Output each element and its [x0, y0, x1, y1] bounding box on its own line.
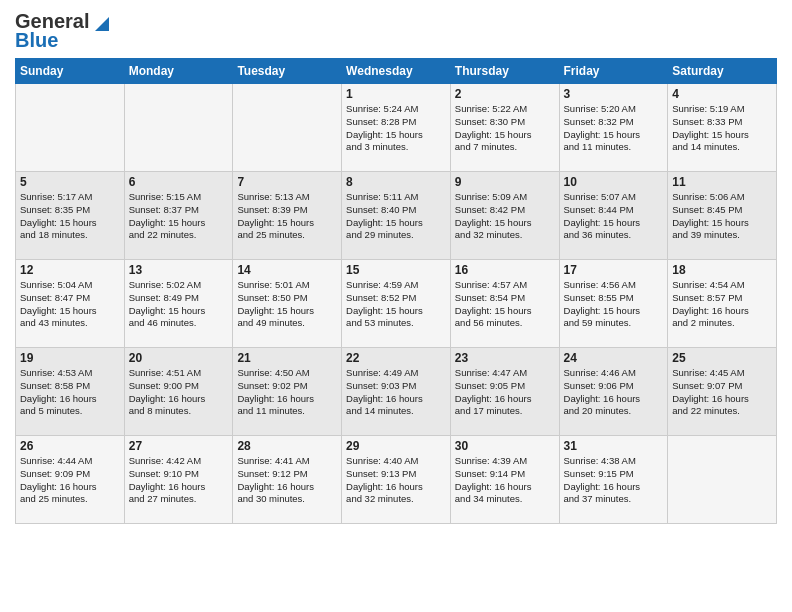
day-number: 14: [237, 263, 337, 277]
day-content: Sunrise: 5:22 AM Sunset: 8:30 PM Dayligh…: [455, 103, 555, 154]
day-number: 7: [237, 175, 337, 189]
calendar-cell: 12Sunrise: 5:04 AM Sunset: 8:47 PM Dayli…: [16, 260, 125, 348]
calendar-cell: 10Sunrise: 5:07 AM Sunset: 8:44 PM Dayli…: [559, 172, 668, 260]
day-content: Sunrise: 5:11 AM Sunset: 8:40 PM Dayligh…: [346, 191, 446, 242]
calendar-cell: 4Sunrise: 5:19 AM Sunset: 8:33 PM Daylig…: [668, 84, 777, 172]
calendar-cell: [124, 84, 233, 172]
day-content: Sunrise: 4:54 AM Sunset: 8:57 PM Dayligh…: [672, 279, 772, 330]
day-number: 10: [564, 175, 664, 189]
day-number: 22: [346, 351, 446, 365]
day-number: 13: [129, 263, 229, 277]
day-number: 21: [237, 351, 337, 365]
day-content: Sunrise: 4:47 AM Sunset: 9:05 PM Dayligh…: [455, 367, 555, 418]
day-number: 12: [20, 263, 120, 277]
calendar-cell: [668, 436, 777, 524]
day-number: 29: [346, 439, 446, 453]
calendar-table: SundayMondayTuesdayWednesdayThursdayFrid…: [15, 58, 777, 524]
day-number: 11: [672, 175, 772, 189]
calendar-cell: 22Sunrise: 4:49 AM Sunset: 9:03 PM Dayli…: [342, 348, 451, 436]
calendar-cell: 17Sunrise: 4:56 AM Sunset: 8:55 PM Dayli…: [559, 260, 668, 348]
day-number: 8: [346, 175, 446, 189]
day-content: Sunrise: 4:59 AM Sunset: 8:52 PM Dayligh…: [346, 279, 446, 330]
day-number: 25: [672, 351, 772, 365]
day-number: 15: [346, 263, 446, 277]
day-content: Sunrise: 4:50 AM Sunset: 9:02 PM Dayligh…: [237, 367, 337, 418]
day-content: Sunrise: 4:51 AM Sunset: 9:00 PM Dayligh…: [129, 367, 229, 418]
calendar-cell: 11Sunrise: 5:06 AM Sunset: 8:45 PM Dayli…: [668, 172, 777, 260]
day-number: 5: [20, 175, 120, 189]
day-content: Sunrise: 5:02 AM Sunset: 8:49 PM Dayligh…: [129, 279, 229, 330]
day-number: 17: [564, 263, 664, 277]
day-number: 26: [20, 439, 120, 453]
day-content: Sunrise: 5:06 AM Sunset: 8:45 PM Dayligh…: [672, 191, 772, 242]
calendar-cell: 29Sunrise: 4:40 AM Sunset: 9:13 PM Dayli…: [342, 436, 451, 524]
day-number: 28: [237, 439, 337, 453]
day-number: 6: [129, 175, 229, 189]
header: General Blue: [15, 10, 777, 52]
calendar-cell: [233, 84, 342, 172]
day-content: Sunrise: 4:38 AM Sunset: 9:15 PM Dayligh…: [564, 455, 664, 506]
calendar-cell: 28Sunrise: 4:41 AM Sunset: 9:12 PM Dayli…: [233, 436, 342, 524]
calendar-cell: 8Sunrise: 5:11 AM Sunset: 8:40 PM Daylig…: [342, 172, 451, 260]
calendar-cell: 31Sunrise: 4:38 AM Sunset: 9:15 PM Dayli…: [559, 436, 668, 524]
calendar-cell: 7Sunrise: 5:13 AM Sunset: 8:39 PM Daylig…: [233, 172, 342, 260]
day-number: 2: [455, 87, 555, 101]
day-content: Sunrise: 4:39 AM Sunset: 9:14 PM Dayligh…: [455, 455, 555, 506]
day-content: Sunrise: 5:13 AM Sunset: 8:39 PM Dayligh…: [237, 191, 337, 242]
day-content: Sunrise: 5:19 AM Sunset: 8:33 PM Dayligh…: [672, 103, 772, 154]
calendar-cell: 6Sunrise: 5:15 AM Sunset: 8:37 PM Daylig…: [124, 172, 233, 260]
day-number: 1: [346, 87, 446, 101]
day-content: Sunrise: 5:20 AM Sunset: 8:32 PM Dayligh…: [564, 103, 664, 154]
calendar-cell: 25Sunrise: 4:45 AM Sunset: 9:07 PM Dayli…: [668, 348, 777, 436]
calendar-cell: 21Sunrise: 4:50 AM Sunset: 9:02 PM Dayli…: [233, 348, 342, 436]
calendar-cell: 13Sunrise: 5:02 AM Sunset: 8:49 PM Dayli…: [124, 260, 233, 348]
day-content: Sunrise: 4:45 AM Sunset: 9:07 PM Dayligh…: [672, 367, 772, 418]
day-content: Sunrise: 5:07 AM Sunset: 8:44 PM Dayligh…: [564, 191, 664, 242]
day-number: 27: [129, 439, 229, 453]
header-row: SundayMondayTuesdayWednesdayThursdayFrid…: [16, 59, 777, 84]
day-content: Sunrise: 5:24 AM Sunset: 8:28 PM Dayligh…: [346, 103, 446, 154]
day-content: Sunrise: 4:44 AM Sunset: 9:09 PM Dayligh…: [20, 455, 120, 506]
calendar-cell: 20Sunrise: 4:51 AM Sunset: 9:00 PM Dayli…: [124, 348, 233, 436]
week-row-2: 5Sunrise: 5:17 AM Sunset: 8:35 PM Daylig…: [16, 172, 777, 260]
calendar-cell: 18Sunrise: 4:54 AM Sunset: 8:57 PM Dayli…: [668, 260, 777, 348]
day-content: Sunrise: 5:17 AM Sunset: 8:35 PM Dayligh…: [20, 191, 120, 242]
header-tuesday: Tuesday: [233, 59, 342, 84]
day-content: Sunrise: 4:49 AM Sunset: 9:03 PM Dayligh…: [346, 367, 446, 418]
day-number: 31: [564, 439, 664, 453]
day-content: Sunrise: 4:41 AM Sunset: 9:12 PM Dayligh…: [237, 455, 337, 506]
day-content: Sunrise: 5:15 AM Sunset: 8:37 PM Dayligh…: [129, 191, 229, 242]
logo-triangle-icon: [91, 13, 109, 31]
calendar-cell: 1Sunrise: 5:24 AM Sunset: 8:28 PM Daylig…: [342, 84, 451, 172]
calendar-cell: 19Sunrise: 4:53 AM Sunset: 8:58 PM Dayli…: [16, 348, 125, 436]
day-number: 3: [564, 87, 664, 101]
day-content: Sunrise: 5:01 AM Sunset: 8:50 PM Dayligh…: [237, 279, 337, 330]
day-number: 19: [20, 351, 120, 365]
day-content: Sunrise: 4:40 AM Sunset: 9:13 PM Dayligh…: [346, 455, 446, 506]
calendar-cell: [16, 84, 125, 172]
calendar-cell: 15Sunrise: 4:59 AM Sunset: 8:52 PM Dayli…: [342, 260, 451, 348]
logo: General Blue: [15, 10, 109, 52]
header-sunday: Sunday: [16, 59, 125, 84]
day-number: 16: [455, 263, 555, 277]
day-content: Sunrise: 5:04 AM Sunset: 8:47 PM Dayligh…: [20, 279, 120, 330]
header-saturday: Saturday: [668, 59, 777, 84]
day-number: 23: [455, 351, 555, 365]
calendar-cell: 26Sunrise: 4:44 AM Sunset: 9:09 PM Dayli…: [16, 436, 125, 524]
header-monday: Monday: [124, 59, 233, 84]
page: General Blue SundayMondayTuesdayWednesda…: [0, 0, 792, 534]
week-row-4: 19Sunrise: 4:53 AM Sunset: 8:58 PM Dayli…: [16, 348, 777, 436]
week-row-5: 26Sunrise: 4:44 AM Sunset: 9:09 PM Dayli…: [16, 436, 777, 524]
day-content: Sunrise: 5:09 AM Sunset: 8:42 PM Dayligh…: [455, 191, 555, 242]
calendar-cell: 9Sunrise: 5:09 AM Sunset: 8:42 PM Daylig…: [450, 172, 559, 260]
day-number: 9: [455, 175, 555, 189]
logo-blue: Blue: [15, 29, 58, 52]
header-friday: Friday: [559, 59, 668, 84]
day-number: 20: [129, 351, 229, 365]
calendar-cell: 30Sunrise: 4:39 AM Sunset: 9:14 PM Dayli…: [450, 436, 559, 524]
week-row-3: 12Sunrise: 5:04 AM Sunset: 8:47 PM Dayli…: [16, 260, 777, 348]
day-number: 4: [672, 87, 772, 101]
calendar-cell: 16Sunrise: 4:57 AM Sunset: 8:54 PM Dayli…: [450, 260, 559, 348]
calendar-cell: 24Sunrise: 4:46 AM Sunset: 9:06 PM Dayli…: [559, 348, 668, 436]
week-row-1: 1Sunrise: 5:24 AM Sunset: 8:28 PM Daylig…: [16, 84, 777, 172]
